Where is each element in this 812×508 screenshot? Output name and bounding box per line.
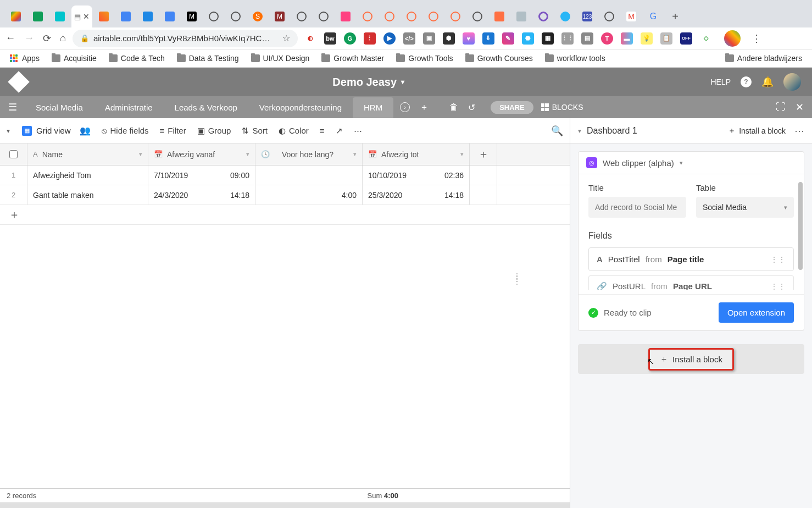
extension-icon[interactable]: ▶ — [383, 32, 396, 45]
color-button[interactable]: ◐Color — [279, 126, 309, 136]
back-button[interactable]: ← — [5, 32, 15, 45]
view-menu-chevron-icon[interactable]: ▾ — [7, 127, 10, 135]
browser-tab[interactable] — [115, 5, 136, 27]
browser-tab[interactable] — [599, 5, 620, 27]
browser-tab[interactable]: M — [621, 5, 642, 27]
tab-close-icon[interactable]: ✕ — [83, 12, 90, 21]
browser-tab[interactable] — [423, 5, 444, 27]
bookmark-star-icon[interactable]: ☆ — [282, 33, 290, 43]
base-title[interactable]: Demo Jeasy ▾ — [332, 76, 404, 89]
cell-vanaf[interactable]: 7/10/201909:00 — [148, 165, 255, 185]
browser-tab[interactable] — [533, 5, 554, 27]
bookmark-folder[interactable]: UI/UX Design — [251, 54, 310, 63]
table-list-menu-icon[interactable]: ☰ — [8, 101, 17, 113]
table-row[interactable]: 2 Gant table maken 24/3/202014:18 4:00 2… — [0, 185, 570, 205]
bookmark-folder[interactable]: workflow tools — [545, 54, 605, 63]
collaborators-icon[interactable]: 👥 — [80, 125, 91, 136]
cell-duration[interactable] — [255, 165, 363, 185]
browser-tab[interactable] — [225, 5, 246, 27]
cell-tot[interactable]: 10/10/201902:36 — [363, 165, 470, 185]
profile-avatar[interactable] — [724, 30, 741, 47]
browser-tab[interactable] — [49, 5, 70, 27]
dashboard-name[interactable]: Dashboard 1 — [587, 126, 637, 136]
field-mapping-row[interactable]: A PostTitel from Page title ⋮⋮ — [588, 247, 794, 271]
add-row-button[interactable]: ＋ — [0, 205, 570, 225]
user-avatar[interactable] — [783, 73, 801, 91]
notifications-icon[interactable]: 🔔 — [761, 76, 774, 88]
bookmark-folder[interactable]: Data & Testing — [177, 54, 239, 63]
extension-icon[interactable]: ✎ — [502, 32, 514, 45]
group-button[interactable]: ▣Group — [197, 126, 231, 136]
browser-tab[interactable]: 123 — [577, 5, 598, 27]
block-scrollbar[interactable] — [798, 182, 803, 270]
extension-icon[interactable]: bw — [324, 32, 336, 45]
extension-icon[interactable]: ⋮⋮ — [561, 32, 574, 45]
extension-icon[interactable]: ♥ — [463, 32, 475, 45]
table-tab[interactable]: Administratie — [94, 97, 164, 118]
airtable-logo-icon[interactable] — [8, 71, 30, 93]
help-link[interactable]: HELP — [710, 78, 731, 86]
table-tab[interactable]: Verkoopondersteuning — [248, 97, 353, 118]
extension-icon[interactable]: ▬ — [621, 32, 633, 45]
browser-tab[interactable]: G — [643, 5, 664, 27]
table-tab-active[interactable]: HRM — [353, 97, 393, 118]
share-button[interactable]: SHARE — [491, 101, 533, 114]
home-button[interactable]: ⌂ — [60, 32, 66, 45]
browser-tab[interactable] — [203, 5, 224, 27]
drag-handle-icon[interactable]: ⋮⋮ — [770, 282, 786, 290]
extension-icon[interactable]: ◇ — [700, 32, 712, 45]
browser-tab[interactable]: S — [247, 5, 268, 27]
history-icon[interactable]: ↺ — [468, 102, 475, 113]
other-bookmarks[interactable]: Andere bladwijzers — [725, 54, 802, 63]
extension-icon[interactable]: ▦ — [542, 32, 554, 45]
browser-tab[interactable] — [27, 5, 48, 27]
browser-tab[interactable] — [445, 5, 466, 27]
forward-button[interactable]: → — [24, 32, 34, 45]
field-mapping-row[interactable]: 🔗 PostURL from Page URL ⋮⋮ — [588, 275, 794, 290]
browser-tab[interactable] — [159, 5, 180, 27]
install-block-button[interactable]: ＋ Install a block — [648, 348, 734, 371]
browser-tab[interactable] — [379, 5, 400, 27]
table-tab[interactable]: Social Media — [25, 97, 94, 118]
extension-icon[interactable]: 📋 — [660, 32, 672, 45]
column-header-afwezig-vanaf[interactable]: 📅Afwezig vanaf▾ — [148, 143, 255, 165]
browser-tab[interactable] — [401, 5, 422, 27]
panel-resize-handle[interactable]: ⋮⋮⋮ — [513, 275, 521, 283]
bookmark-folder[interactable]: Growth Tools — [396, 54, 453, 63]
install-block-top-button[interactable]: ＋Install a block — [728, 126, 786, 136]
table-tab[interactable]: Leads & Verkoop — [164, 97, 248, 118]
hide-fields-button[interactable]: ⦸Hide fields — [102, 126, 149, 136]
block-header[interactable]: ◎ Web clipper (alpha) ▾ — [579, 152, 804, 174]
new-tab-button[interactable]: + — [665, 5, 686, 27]
trash-icon[interactable]: 🗑 — [449, 102, 458, 112]
filter-button[interactable]: ≡Filter — [160, 126, 186, 135]
share-view-icon[interactable]: ↗ — [336, 126, 343, 136]
search-icon[interactable]: 🔍 — [551, 125, 563, 137]
browser-tab[interactable] — [93, 5, 114, 27]
browser-tab[interactable] — [489, 5, 510, 27]
extension-icon[interactable]: ▣ — [423, 32, 435, 45]
extension-icon[interactable]: ⬢ — [443, 32, 455, 45]
table-select[interactable]: Social Media▾ — [696, 197, 794, 218]
browser-tab[interactable] — [357, 5, 378, 27]
select-all-checkbox[interactable] — [0, 143, 27, 165]
view-switcher[interactable]: ▦ Grid view 👥 — [22, 125, 91, 136]
cell-vanaf[interactable]: 24/3/202014:18 — [148, 185, 255, 205]
browser-tab[interactable] — [313, 5, 334, 27]
row-height-icon[interactable]: ≡ — [320, 126, 325, 135]
column-header-afwezig-tot[interactable]: 📅Afwezig tot▾ — [363, 143, 470, 165]
column-summary[interactable]: Sum 4:00 — [368, 492, 398, 500]
browser-tab[interactable] — [291, 5, 312, 27]
close-panel-icon[interactable]: ✕ — [796, 101, 804, 113]
column-header-voor-hoe-lang[interactable]: 🕓Voor hoe lang?▾ — [255, 143, 363, 165]
horizontal-scrollbar[interactable] — [0, 503, 570, 508]
add-column-button[interactable]: ＋ — [470, 143, 497, 165]
cell-tot[interactable]: 25/3/202014:18 — [363, 185, 470, 205]
blocks-button[interactable]: BLOCKS — [541, 103, 583, 112]
table-row[interactable]: 1 Afwezigheid Tom 7/10/201909:00 10/10/2… — [0, 165, 570, 185]
extension-icon[interactable]: ⇩ — [482, 32, 494, 45]
cell-duration[interactable]: 4:00 — [255, 185, 363, 205]
browser-tab[interactable]: M — [181, 5, 202, 27]
dashboard-more-icon[interactable]: ⋯ — [794, 125, 804, 137]
browser-tab[interactable] — [137, 5, 158, 27]
